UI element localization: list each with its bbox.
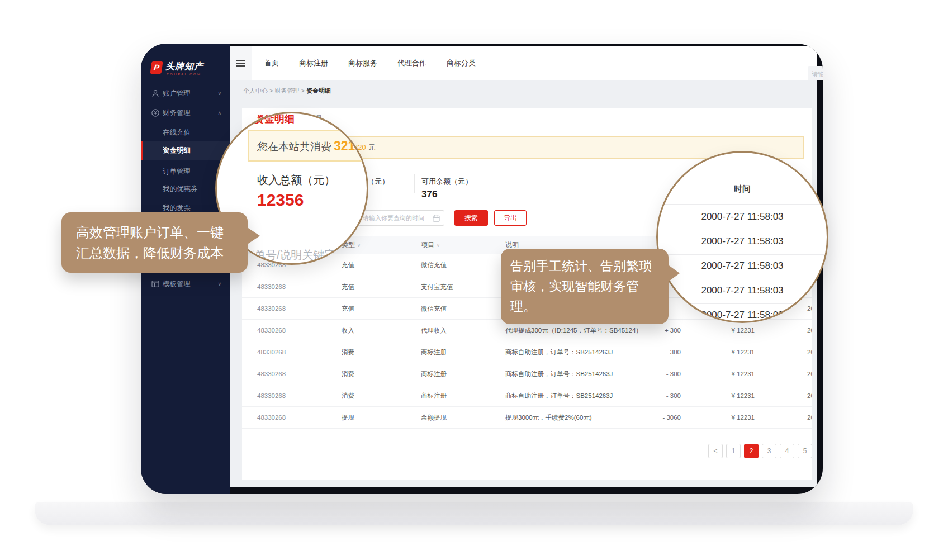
magnifier-right: 时间 2000-7-27 11:58:032000-7-27 11:58:032… (656, 151, 828, 323)
active-indicator (141, 141, 143, 160)
pagination: <12345 (708, 444, 812, 458)
cell-c3: 代理收入 (421, 320, 447, 341)
cell-c2: 充值 (342, 276, 354, 297)
callout-right: 告别手工统计、告别繁琐审核，实现智能财务管理。 (501, 249, 669, 324)
page: P 头牌知产 TOUPAI.COM 账户管理∨财务管理∧在线充值资金明细订单管理… (0, 0, 948, 560)
user-icon (151, 89, 160, 98)
magnified-row-divider (658, 254, 827, 255)
table-row: 48330268消费商标注册商标自助注册，订单号：SB2514263J- 300… (242, 385, 812, 407)
cell-c7: 2000-7-27 11:58:03 (807, 385, 812, 406)
breadcrumb[interactable]: 个人中心 > 财务管理 > 资金明细 (243, 87, 331, 95)
cell-c6: ¥ 12231 (700, 385, 755, 406)
table-row: 48330268消费商标注册商标自助注册，订单号：SB2514263J- 300… (242, 363, 812, 385)
cell-c7: 2000-7-27 11:58:03 (807, 298, 812, 319)
pagination-page-4[interactable]: 4 (780, 444, 794, 458)
top-nav-items: 首页商标注册商标服务代理合作商标分类 (264, 46, 476, 80)
callout-right-text: 告别手工统计、告别繁琐审核，实现智能财务管理。 (510, 256, 669, 316)
cell-c2: 收入 (342, 320, 354, 341)
cell-c3: 余额提现 (421, 407, 447, 428)
cell-c7: 2000-7-27 11:58:03 (807, 320, 812, 341)
cell-c7: 2000-7-27 11:58:03 (807, 341, 812, 363)
cell-c1: 48330268 (257, 363, 286, 385)
search-input[interactable] (811, 67, 823, 81)
cell-c5: - 300 (633, 363, 681, 385)
menu-toggle-strip (230, 46, 252, 80)
magnified-income-value: 12356 (257, 191, 304, 210)
breadcrumb-trail[interactable]: 个人中心 > 财务管理 > (243, 87, 305, 94)
magnified-time-row: 2000-7-27 11:58:03 (658, 208, 827, 225)
table-row: 48330268消费商标注册商标自助注册，订单号：SB2514263J- 300… (242, 341, 812, 363)
cell-c6: ¥ 12231 (700, 407, 755, 428)
callout-line: 高效管理账户订单、一键 (76, 222, 248, 243)
cell-c3: 微信充值 (421, 298, 447, 319)
cell-c1: 48330268 (257, 276, 286, 297)
nav-item-2[interactable]: 商标注册 (299, 58, 328, 68)
magnified-time-header: 时间 (658, 184, 827, 194)
sidebar-item-1[interactable]: 账户管理∨ (141, 84, 230, 103)
brand-logo[interactable]: P 头牌知产 TOUPAI.COM (151, 60, 224, 79)
breadcrumb-current: 资金明细 (306, 87, 331, 94)
nav-item-5[interactable]: 商标分类 (447, 58, 476, 68)
cell-c7: 2000-7-27 11:58:03 (807, 407, 812, 428)
cell-c3: 商标注册 (421, 341, 447, 363)
pagination-prev[interactable]: < (708, 444, 723, 458)
cell-c5: - 300 (633, 341, 681, 363)
nav-item-3[interactable]: 商标服务 (348, 58, 377, 68)
cell-c4: 商标自助注册，订单号：SB2514263J (505, 385, 613, 406)
cell-c2: 消费 (342, 385, 354, 406)
cell-c1: 48330268 (257, 298, 286, 319)
callout-left-text: 高效管理账户订单、一键汇总数据，降低财务成本 (76, 222, 248, 263)
hamburger-menu-icon[interactable] (236, 60, 245, 67)
callout-left: 高效管理账户订单、一键汇总数据，降低财务成本 (61, 212, 248, 273)
callout-right-tail (667, 264, 680, 282)
nav-item-4[interactable]: 代理合作 (397, 58, 426, 68)
cell-c4: 商标自助注册，订单号：SB2514263J (505, 363, 613, 385)
cell-c4: 提现3000元，手续费2%(60元) (505, 407, 592, 428)
brand-logo-icon: P (150, 61, 163, 74)
magnified-row-divider (658, 279, 827, 279)
callout-line: 告别手工统计、告别繁琐 (510, 256, 669, 276)
pagination-page-1[interactable]: 1 (726, 444, 741, 458)
cell-c3: 微信充值 (421, 254, 447, 276)
cell-c3: 商标注册 (421, 385, 447, 406)
sidebar-item-8[interactable]: 模板管理∨ (141, 274, 230, 293)
finance-icon (151, 108, 160, 117)
chevron-down-icon: ∨ (217, 84, 221, 103)
cell-c2: 消费 (342, 363, 354, 385)
cell-c3: 支付宝充值 (421, 276, 453, 297)
cell-c5: - 300 (633, 385, 681, 406)
callout-line: 理。 (510, 296, 669, 316)
magnified-row-divider (658, 230, 827, 230)
cell-c3: 商标注册 (421, 363, 447, 385)
cell-c1: 48330268 (257, 407, 286, 428)
chevron-down-icon: ∨ (217, 274, 221, 293)
laptop-base (35, 502, 913, 525)
callout-line: 汇总数据，降低财务成本 (76, 243, 248, 263)
magnified-income-label: 收入总额（元） (257, 173, 335, 188)
nav-item-1[interactable]: 首页 (264, 58, 279, 68)
cell-c2: 充值 (342, 298, 354, 319)
cell-c7: 2000-7-27 11:58:03 (807, 363, 812, 385)
template-icon (151, 279, 160, 288)
magnified-time-row: 2000-7-27 11:58:03 (658, 233, 827, 250)
magnified-time-row: 2000-7-27 11:58:03 (658, 282, 827, 299)
cell-c2: 消费 (342, 341, 354, 363)
callout-line: 审核，实现智能财务管 (510, 276, 669, 296)
table-row: 48330268提现余额提现提现3000元，手续费2%(60元)- 3060¥ … (242, 407, 812, 429)
magnified-header-divider (658, 204, 827, 205)
cell-c2: 充值 (342, 254, 354, 276)
cell-c6: ¥ 12231 (700, 341, 755, 363)
cell-c1: 48330268 (257, 385, 286, 406)
cell-c1: 48330268 (257, 320, 286, 341)
pagination-page-2[interactable]: 2 (744, 444, 759, 458)
sidebar-item-3[interactable]: 在线充值 (141, 123, 230, 142)
cell-c1: 48330268 (257, 341, 286, 363)
sidebar-item-4[interactable]: 资金明细 (141, 141, 230, 160)
magnified-time-row: 2000-7-27 11:58:03 (658, 258, 827, 274)
brand-tagline: TOUPAI.COM (167, 73, 201, 76)
cell-c6: ¥ 12231 (700, 363, 755, 385)
sidebar-item-2[interactable]: 财务管理∧ (141, 103, 230, 122)
pagination-page-3[interactable]: 3 (762, 444, 776, 458)
cell-c4: 商标自助注册，订单号：SB2514263J (505, 341, 613, 363)
pagination-page-5[interactable]: 5 (798, 444, 812, 458)
